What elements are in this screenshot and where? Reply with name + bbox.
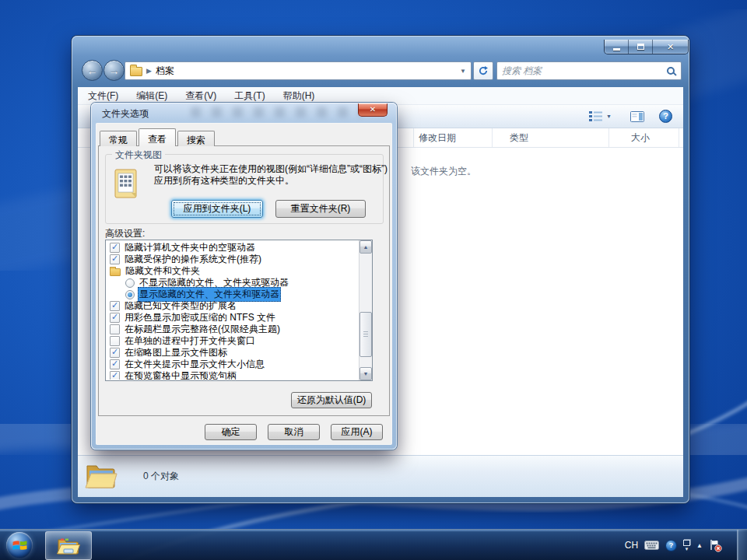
advanced-settings-listbox: 隐藏计算机文件夹中的空驱动器隐藏受保护的操作系统文件(推荐)隐藏文件和文件夹不显… (105, 240, 373, 381)
show-hidden-icons-button[interactable]: ▲ (696, 542, 703, 549)
system-tray: CH ? ▼ ▲ (625, 530, 722, 560)
folder-view-groupbox: 文件夹视图 可以将该文件夹正在使 (105, 154, 384, 224)
folder-icon (130, 67, 142, 76)
breadcrumb-separator-icon: ▶ (146, 67, 152, 75)
view-tab-page: 文件夹视图 可以将该文件夹正在使 (98, 145, 390, 416)
scroll-up-button[interactable]: ▲ (359, 240, 372, 254)
checkbox-checked-icon[interactable] (110, 371, 120, 380)
glass-blur-decoration (191, 107, 362, 117)
advanced-item[interactable]: 隐藏受保护的操作系统文件(推荐) (107, 254, 358, 265)
list-scrollbar[interactable]: ▲ ▼ (359, 240, 372, 380)
apply-button[interactable]: 应用(A) (331, 424, 383, 440)
column-header-2[interactable]: 大小 (609, 128, 679, 147)
back-button[interactable]: ← (82, 60, 103, 81)
search-input[interactable] (502, 65, 667, 76)
advanced-item[interactable]: 用彩色显示加密或压缩的 NTFS 文件 (107, 312, 358, 324)
advanced-item[interactable]: 在单独的进程中打开文件夹窗口 (107, 335, 358, 347)
dialog-close-button[interactable]: ✕ (358, 103, 388, 117)
checkbox-unchecked-icon[interactable] (110, 336, 120, 346)
scrollbar-thumb[interactable] (359, 312, 372, 357)
taskbar: CH ? ▼ ▲ (0, 529, 747, 560)
menu-item-1[interactable]: 编辑(E) (132, 88, 171, 104)
views-dropdown-icon: ▼ (606, 114, 612, 119)
advanced-item[interactable]: 隐藏计算机文件夹中的空驱动器 (107, 242, 358, 254)
close-icon: ✕ (370, 106, 376, 114)
advanced-settings-list: 隐藏计算机文件夹中的空驱动器隐藏受保护的操作系统文件(推荐)隐藏文件和文件夹不显… (107, 241, 358, 380)
checkbox-checked-icon[interactable] (110, 243, 120, 253)
menu-item-2[interactable]: 查看(V) (181, 88, 220, 104)
folder-large-icon (84, 460, 118, 495)
radio-selected-icon[interactable] (125, 290, 135, 299)
reset-folders-button[interactable]: 重置文件夹(R) (275, 200, 366, 218)
forward-arrow-icon: → (109, 65, 120, 76)
address-bar[interactable]: ▶ 档案 ▼ (124, 61, 472, 80)
advanced-item[interactable]: 在标题栏显示完整路径(仅限经典主题) (107, 324, 358, 335)
change-view-button[interactable]: ▼ (589, 110, 612, 122)
checkbox-checked-icon[interactable] (110, 301, 120, 311)
preview-pane-icon (630, 111, 644, 122)
menu-item-3[interactable]: 工具(T) (230, 88, 268, 104)
empty-folder-message: 该文件夹为空。 (411, 165, 476, 178)
column-header-0[interactable]: 修改日期 (414, 128, 493, 147)
checkbox-unchecked-icon[interactable] (110, 324, 120, 334)
tray-window-icon[interactable]: ▼ (683, 540, 690, 551)
maximize-icon (637, 44, 644, 50)
action-center-flag-icon[interactable] (709, 539, 722, 552)
advanced-item[interactable]: 在文件夹提示中显示文件大小信息 (107, 359, 358, 370)
forward-button[interactable]: → (103, 60, 124, 81)
show-desktop-button[interactable] (737, 530, 747, 560)
explorer-folder-icon (56, 535, 81, 556)
tray-help-icon[interactable]: ? (665, 540, 677, 551)
cancel-button[interactable]: 取消 (268, 424, 320, 440)
close-icon: ✕ (667, 43, 674, 51)
refresh-button[interactable] (473, 61, 493, 80)
maximize-button[interactable] (629, 40, 653, 54)
folder-view-description: 可以将该文件夹正在使用的视图(例如“详细信息”或“图标”)应用到所有这种类型的文… (154, 163, 388, 187)
checkbox-checked-icon[interactable] (110, 348, 120, 358)
advanced-item[interactable]: 在缩略图上显示文件图标 (107, 347, 358, 359)
ok-button[interactable]: 确定 (205, 424, 257, 440)
arrow-down-icon: ▼ (363, 371, 369, 376)
dialog-tab-0[interactable]: 常规 (100, 131, 137, 146)
search-icon[interactable] (667, 67, 675, 75)
column-header-1[interactable]: 类型 (493, 128, 609, 147)
checkbox-checked-icon[interactable] (110, 313, 120, 323)
language-indicator[interactable]: CH (625, 540, 638, 551)
help-button[interactable]: ? (659, 110, 672, 123)
dialog-tab-1[interactable]: 查看 (139, 128, 176, 146)
scroll-down-button[interactable]: ▼ (359, 367, 372, 380)
apply-to-folders-button[interactable]: 应用到文件夹(L) (171, 200, 263, 218)
breadcrumb[interactable]: 档案 (156, 65, 456, 78)
checkbox-checked-icon[interactable] (110, 254, 120, 264)
minimize-button[interactable] (605, 40, 629, 54)
dialog-client-area: 常规查看搜索 文件夹视图 (96, 123, 392, 445)
radio-unselected-icon[interactable] (125, 278, 135, 288)
close-button[interactable]: ✕ (653, 40, 688, 54)
advanced-item[interactable]: 隐藏已知文件类型的扩展名 (107, 300, 358, 312)
dialog-tabs: 常规查看搜索 (100, 128, 216, 146)
folder-view-icon (110, 167, 142, 205)
dialog-tab-2[interactable]: 搜索 (177, 131, 215, 146)
keyboard-icon[interactable] (644, 541, 659, 550)
start-button[interactable] (6, 532, 33, 558)
menu-item-4[interactable]: 帮助(H) (279, 88, 319, 104)
back-arrow-icon: ← (87, 65, 98, 76)
refresh-icon (478, 65, 489, 76)
checkbox-checked-icon[interactable] (110, 359, 120, 369)
advanced-item-label: 在预览窗格中显示预览句柄 (123, 369, 238, 380)
taskbar-explorer-button[interactable] (45, 531, 92, 560)
restore-defaults-button[interactable]: 还原为默认值(D) (291, 392, 372, 408)
minimize-icon (613, 48, 620, 51)
folder-icon[interactable] (110, 268, 121, 276)
views-icon (589, 110, 603, 122)
menu-item-0[interactable]: 文件(F) (84, 88, 122, 104)
advanced-settings-caption: 高级设置: (105, 227, 145, 240)
folder-options-dialog: 文件夹选项 ✕ 常规查看搜索 文件夹视图 (91, 103, 397, 450)
address-dropdown-icon[interactable]: ▼ (460, 68, 466, 75)
status-item-count: 0 个对象 (143, 470, 179, 483)
advanced-item[interactable]: 在预览窗格中显示预览句柄 (107, 370, 358, 380)
advanced-item[interactable]: 显示隐藏的文件、文件夹和驱动器 (107, 289, 358, 300)
advanced-item[interactable]: 隐藏文件和文件夹 (107, 265, 358, 277)
search-box[interactable] (496, 61, 682, 80)
preview-pane-button[interactable] (630, 111, 644, 125)
